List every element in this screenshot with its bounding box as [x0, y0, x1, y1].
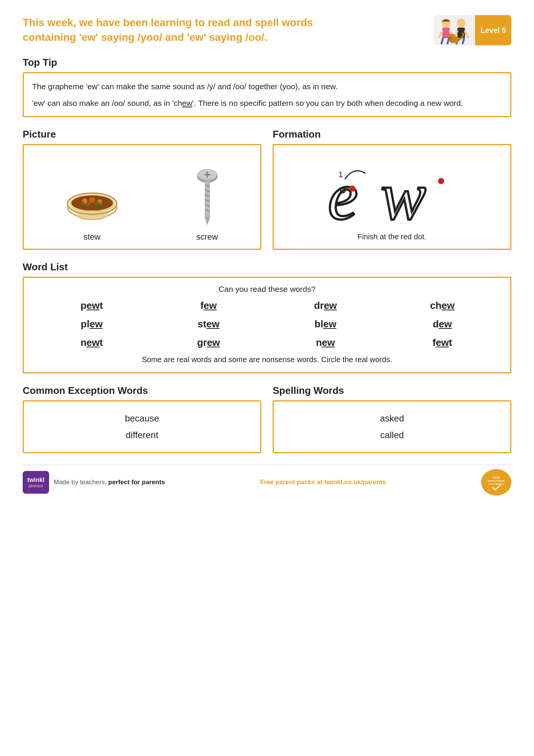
svg-rect-7 — [457, 28, 465, 38]
common-exception-box: because different — [23, 400, 261, 453]
ew-formation-graphic: e w 1 — [320, 155, 464, 230]
footer-left: twinkl phonics Made by teachers, perfect… — [23, 471, 165, 494]
svg-line-4 — [441, 38, 443, 43]
svg-point-48 — [349, 186, 355, 192]
tip-box: The grapheme 'ew' can make the same soun… — [23, 72, 511, 117]
word-grew: grew — [152, 337, 265, 349]
svg-text:1: 1 — [338, 170, 343, 179]
spelling-words-box: asked called — [273, 400, 511, 453]
word-list-note: Some are real words and some are nonsens… — [35, 355, 499, 364]
word-few: few — [152, 300, 265, 311]
twinkl-logo: twinkl phonics — [23, 471, 49, 494]
word-drew: drew — [269, 300, 382, 311]
word-list-title: Word List — [23, 261, 511, 273]
svg-text:Helping Families: Helping Families — [488, 480, 505, 482]
picture-box: stew — [23, 144, 261, 250]
pic-form-row: Picture — [23, 129, 511, 250]
footer-tagline: Made by teachers, perfect for parents — [54, 479, 165, 486]
cew-word-different: different — [126, 430, 158, 440]
spelling-words-title: Spelling Words — [273, 385, 511, 397]
footer: twinkl phonics Made by teachers, perfect… — [23, 465, 511, 496]
cew-row: Common Exception Words because different… — [23, 385, 511, 453]
formation-section: Formation e w 1 — [273, 129, 511, 250]
svg-point-29 — [96, 201, 99, 204]
cew-word-because: because — [125, 413, 159, 424]
svg-point-15 — [455, 40, 458, 43]
stew-icon — [62, 175, 122, 228]
footer-center-text: Free parent packs at twinkl.co.uk/parent… — [260, 479, 386, 486]
formation-box: e w 1 Finish at the red dot. — [273, 144, 511, 250]
formation-caption: Finish at the red dot. — [358, 232, 426, 241]
screw-label: screw — [196, 232, 218, 242]
svg-point-49 — [438, 178, 444, 184]
word-new: new — [269, 337, 382, 349]
level-badge: Level 5 — [475, 15, 511, 45]
stew-item: stew — [62, 175, 122, 242]
tip-line-2: 'ew' can also make an /oo/ sound, as in … — [32, 97, 502, 110]
formation-title: Formation — [273, 129, 511, 140]
header-badge: Level 5 — [434, 15, 511, 45]
svg-text:twinkl: twinkl — [493, 476, 500, 479]
svg-point-27 — [81, 201, 84, 204]
svg-text:w: w — [381, 158, 426, 230]
word-dew: dew — [386, 318, 499, 330]
sw-word-called: called — [380, 430, 404, 440]
picture-section: Picture — [23, 129, 261, 250]
svg-point-52 — [486, 472, 506, 493]
svg-line-11 — [463, 38, 464, 43]
svg-point-30 — [100, 203, 103, 206]
svg-text:e: e — [328, 158, 358, 230]
picture-title: Picture — [23, 129, 261, 140]
word-pewt: pewt — [35, 300, 148, 311]
footer-badge: twinkl Helping Families Learn Together — [481, 469, 511, 496]
word-list-box: Can you read these words? pewt few drew … — [23, 277, 511, 373]
header-text: This week, we have been learning to read… — [23, 15, 332, 45]
word-fewt: fewt — [386, 337, 499, 349]
svg-point-28 — [85, 203, 88, 206]
svg-text:Learn Together: Learn Together — [489, 483, 504, 485]
spelling-words-section: Spelling Words asked called — [273, 385, 511, 453]
word-list-prompt: Can you read these words? — [35, 285, 499, 294]
svg-line-9 — [465, 31, 468, 37]
svg-rect-1 — [442, 28, 450, 38]
top-tip-title: Top Tip — [23, 57, 511, 68]
svg-point-23 — [89, 197, 95, 203]
word-grid: pewt few drew chew plew stew blew dew ne… — [35, 300, 499, 349]
screw-icon — [192, 168, 222, 228]
svg-marker-45 — [205, 218, 210, 225]
svg-line-2 — [439, 31, 442, 37]
sw-word-asked: asked — [380, 413, 404, 424]
header: This week, we have been learning to read… — [23, 15, 511, 45]
svg-point-6 — [457, 19, 466, 28]
word-plew: plew — [35, 318, 148, 330]
svg-rect-17 — [450, 38, 454, 40]
screw-item: screw — [192, 168, 222, 242]
word-stew: stew — [152, 318, 265, 330]
svg-point-16 — [451, 40, 453, 43]
stew-label: stew — [83, 232, 100, 242]
tip-line-1: The grapheme 'ew' can make the same soun… — [32, 80, 502, 93]
avatar — [434, 15, 475, 45]
common-exception-section: Common Exception Words because different — [23, 385, 261, 453]
common-exception-title: Common Exception Words — [23, 385, 261, 397]
word-blew: blew — [269, 318, 382, 330]
word-newt: newt — [35, 337, 148, 349]
word-chew: chew — [386, 300, 499, 311]
